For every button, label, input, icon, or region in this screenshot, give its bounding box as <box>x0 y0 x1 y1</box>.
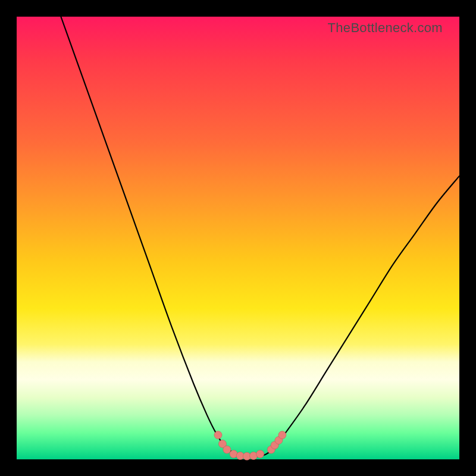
valley-marker <box>214 431 222 439</box>
plot-gradient-area: TheBottleneck.com <box>17 17 459 459</box>
valley-marker <box>256 450 264 458</box>
outer-black-frame: TheBottleneck.com <box>0 0 476 476</box>
valley-marker <box>223 446 231 453</box>
valley-marker <box>278 431 286 439</box>
bottleneck-curve <box>61 17 459 457</box>
chart-svg <box>17 17 459 459</box>
valley-markers-group <box>214 431 286 461</box>
